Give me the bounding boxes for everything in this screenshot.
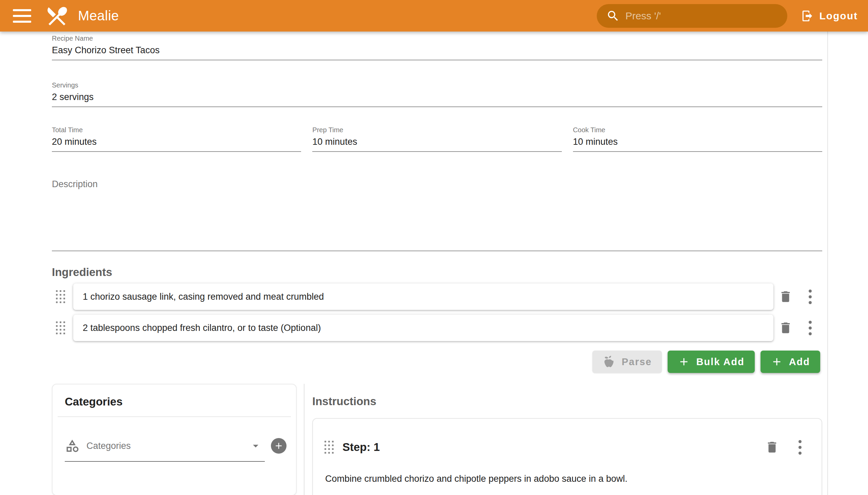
step-menu-button[interactable] xyxy=(790,437,810,457)
trash-icon xyxy=(765,440,779,454)
prep-time-label: Prep Time xyxy=(312,126,561,134)
app-bar: Mealie Logout xyxy=(0,0,868,32)
total-time-field: Total Time xyxy=(52,126,301,152)
select-underline xyxy=(65,461,265,462)
step-title: Step: 1 xyxy=(342,441,380,454)
ingredient-input[interactable] xyxy=(74,323,773,333)
categories-select-placeholder: Categories xyxy=(86,441,131,451)
add-button[interactable]: Add xyxy=(761,351,820,373)
logout-button[interactable]: Logout xyxy=(801,10,858,22)
ingredient-menu-button[interactable] xyxy=(798,285,822,309)
servings-label: Servings xyxy=(52,81,822,89)
categories-select[interactable]: Categories xyxy=(65,438,287,454)
ingredient-row xyxy=(52,314,822,341)
logout-label: Logout xyxy=(819,10,858,22)
instructions-heading: Instructions xyxy=(312,395,822,408)
bulk-add-button[interactable]: Bulk Add xyxy=(668,351,754,373)
description-input[interactable] xyxy=(52,189,822,251)
hamburger-menu-button[interactable] xyxy=(13,9,31,23)
kebab-icon xyxy=(799,440,802,455)
delete-step-button[interactable] xyxy=(762,437,782,457)
plus-icon xyxy=(678,356,690,368)
plus-icon xyxy=(274,441,284,451)
ingredients-heading: Ingredients xyxy=(52,266,822,279)
delete-ingredient-button[interactable] xyxy=(773,285,798,309)
categories-title: Categories xyxy=(53,385,296,408)
step-text[interactable]: Combine crumbled chorizo and chipotle pe… xyxy=(324,474,810,484)
chevron-down-icon xyxy=(249,439,262,452)
add-category-button[interactable] xyxy=(271,438,287,454)
search-field[interactable] xyxy=(597,4,787,28)
drag-handle-icon[interactable] xyxy=(56,321,65,334)
shapes-icon xyxy=(65,438,80,453)
drag-handle-icon[interactable] xyxy=(324,441,334,454)
prep-time-input[interactable] xyxy=(312,134,561,151)
ingredient-input[interactable] xyxy=(74,292,773,302)
trash-icon xyxy=(779,321,793,335)
total-time-label: Total Time xyxy=(52,126,301,134)
logout-icon xyxy=(801,10,814,22)
servings-field: Servings xyxy=(52,81,822,107)
ingredient-menu-button[interactable] xyxy=(798,315,822,340)
cook-time-field: Cook Time xyxy=(573,126,822,152)
kebab-icon xyxy=(809,290,812,304)
recipe-name-field: Recipe Name xyxy=(52,32,822,61)
servings-input[interactable] xyxy=(52,89,822,106)
recipe-name-input[interactable] xyxy=(52,42,822,60)
parse-label: Parse xyxy=(622,356,652,368)
delete-ingredient-button[interactable] xyxy=(773,315,798,340)
description-field: Description xyxy=(52,179,822,251)
prep-time-field: Prep Time xyxy=(312,126,561,152)
total-time-input[interactable] xyxy=(52,134,301,151)
add-label: Add xyxy=(789,356,810,368)
drag-handle-icon[interactable] xyxy=(56,290,65,303)
silverware-logo-icon xyxy=(45,4,69,28)
parse-button: Parse xyxy=(592,351,662,373)
ingredient-row xyxy=(52,284,822,310)
apple-icon xyxy=(602,355,615,368)
description-label: Description xyxy=(52,179,822,189)
ingredient-card xyxy=(73,284,773,310)
cook-time-input[interactable] xyxy=(573,134,822,151)
plus-icon xyxy=(771,356,783,368)
recipe-editor: Recipe Name Servings Total Time Prep Tim… xyxy=(0,32,828,495)
search-icon xyxy=(606,9,620,23)
kebab-icon xyxy=(809,321,812,335)
search-input[interactable] xyxy=(625,10,779,22)
ingredient-card xyxy=(73,314,773,341)
app-title: Mealie xyxy=(78,8,119,23)
categories-card: Categories Categories xyxy=(52,384,297,495)
trash-icon xyxy=(779,290,793,304)
cook-time-label: Cook Time xyxy=(573,126,822,134)
recipe-name-label: Recipe Name xyxy=(52,35,822,42)
divider xyxy=(58,416,291,417)
bulk-add-label: Bulk Add xyxy=(696,356,744,368)
step-card: Step: 1 Combine crumbled chorizo and chi… xyxy=(312,418,822,495)
